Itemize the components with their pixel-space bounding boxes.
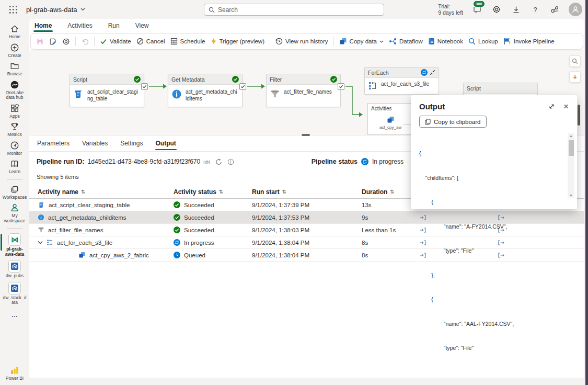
close-icon[interactable]: × (563, 103, 569, 110)
activity-card-get-metadata[interactable]: Get Metadata act_get_metadata_childitems (168, 74, 243, 107)
copy-to-clipboard-button[interactable]: Copy to clipboard (419, 116, 487, 128)
tab-parameters[interactable]: Parameters (37, 137, 70, 150)
output-scrollbar[interactable]: ▲ ▼ (568, 133, 574, 198)
save-button[interactable] (36, 38, 44, 46)
notebook-button[interactable]: Notebook (428, 38, 463, 45)
dataflow-button[interactable]: Dataflow (389, 38, 423, 45)
invoke-pipeline-icon (503, 38, 511, 45)
save-as-button[interactable] (49, 38, 57, 46)
output-port-checkbox[interactable] (338, 83, 344, 90)
pipeline-settings-button[interactable] (62, 38, 70, 46)
search-input[interactable] (218, 6, 379, 14)
refresh-icon[interactable] (215, 158, 222, 165)
panel-resize-handle[interactable] (302, 134, 310, 136)
lightning-icon (211, 38, 217, 45)
sidebar-item-apps[interactable]: Apps (0, 104, 29, 119)
tab-view[interactable]: View (134, 20, 150, 31)
notification-badge: 300 (473, 1, 485, 7)
onelake-icon (10, 80, 19, 89)
tab-variables[interactable]: Variables (82, 137, 108, 150)
magnifier-icon (572, 58, 578, 64)
sidebar-item-my-workspace[interactable]: My workspace (0, 203, 29, 223)
tab-settings[interactable]: Settings (120, 137, 143, 150)
home-icon (10, 24, 19, 33)
sidebar-item-onelake-data-hub[interactable]: OneLake data hub (0, 80, 29, 100)
cancel-button[interactable]: Cancel (136, 38, 165, 45)
collapse-icon[interactable] (430, 70, 435, 75)
account-avatar[interactable] (569, 3, 582, 16)
search-icon (209, 7, 215, 13)
sidebar-item-home[interactable]: Home (0, 24, 29, 40)
in-progress-icon (174, 239, 180, 246)
foreach-child-activity[interactable]: act_cpy_aw (379, 116, 401, 130)
trigger-button[interactable]: Trigger (preview) (211, 38, 264, 45)
run-id-reference-icon[interactable]: [@] (203, 160, 210, 164)
output-port-checkbox[interactable] (239, 83, 246, 90)
copy-activity-icon (78, 252, 86, 258)
share-icon[interactable] (549, 4, 560, 15)
schedule-button[interactable]: Schedule (170, 38, 205, 45)
sort-icon: ⇅ (219, 189, 223, 195)
output-port-checkbox[interactable] (141, 83, 148, 90)
column-header-duration[interactable]: Duration⇅ (353, 188, 418, 196)
activity-card-foreach[interactable]: ForEach act_for_each_s3_file (364, 67, 439, 95)
sidebar-item-dw-pubs[interactable]: dw_pubs (0, 260, 29, 279)
queued-icon (174, 252, 180, 258)
sidebar-divider (7, 179, 22, 180)
settings-gear-icon[interactable] (491, 4, 502, 15)
pipeline-title-menu[interactable]: pl-grab-aws-data (26, 6, 85, 14)
feedback-icon[interactable]: 300 (472, 4, 482, 15)
expand-icon[interactable] (548, 103, 555, 110)
validate-button[interactable]: Validate (100, 38, 131, 45)
apps-icon (10, 104, 19, 113)
collapse-row-chevron-icon[interactable] (38, 241, 43, 244)
trophy-icon (10, 122, 19, 131)
app-launcher-icon[interactable] (4, 0, 22, 19)
column-header-activity-name[interactable]: Activity name⇅ (29, 188, 165, 196)
sidebar-item-monitor[interactable]: Monitor (0, 141, 29, 156)
download-icon[interactable] (511, 4, 521, 15)
help-icon[interactable]: ? (530, 4, 540, 15)
tab-activities[interactable]: Activities (66, 20, 93, 31)
gauge-icon (10, 141, 19, 150)
canvas-scrollbar-thumb[interactable] (578, 105, 580, 126)
sidebar-item-learn[interactable]: Learn (0, 159, 29, 175)
tab-output[interactable]: Output (155, 137, 177, 150)
editor-surface: Home Activities Run View Validate Cancel (29, 19, 584, 378)
warehouse-icon (8, 282, 21, 295)
lookup-button[interactable]: Lookup (468, 38, 498, 45)
scrollbar-thumb[interactable] (569, 140, 574, 156)
sidebar-item-metrics[interactable]: Metrics (0, 122, 29, 138)
sidebar-item-dw-stock-data[interactable]: dw_stock_data (0, 282, 29, 305)
copy-data-button[interactable]: Copy data (339, 38, 384, 45)
pipeline-icon: ⋈ (8, 233, 21, 246)
sidebar-item-browse[interactable]: Browse (0, 61, 29, 77)
chevron-down-icon (379, 40, 384, 43)
notebook-icon (428, 38, 435, 45)
dataflow-icon (389, 38, 397, 45)
foreach-activity-icon (368, 81, 377, 90)
sidebar-item-pl-grab-aws-data[interactable]: ⋈ pl-grab-aws-data (0, 233, 29, 257)
sidebar-more-icon[interactable]: ... (11, 312, 18, 318)
info-icon[interactable] (227, 158, 234, 165)
activity-card-script[interactable]: Script act_script_clear_staging_table (70, 74, 144, 107)
activity-card-filter[interactable]: Filter act_filter_file_names (266, 74, 341, 107)
invoke-pipeline-button[interactable]: Invoke Pipeline (503, 38, 555, 45)
column-header-run-start[interactable]: Run start⇅ (244, 188, 353, 196)
sort-icon: ⇅ (282, 189, 286, 195)
tab-home[interactable]: Home (33, 20, 53, 31)
view-run-history-button[interactable]: View run history (275, 38, 328, 45)
undo-button[interactable] (81, 38, 89, 46)
scroll-up-icon[interactable]: ▲ (569, 134, 573, 138)
zoom-in-button[interactable]: + (569, 71, 581, 83)
foreach-activity-icon (47, 239, 53, 246)
warehouse-icon (8, 260, 21, 273)
tab-run[interactable]: Run (107, 20, 121, 31)
sidebar-item-power-bi[interactable]: Power BI (0, 366, 29, 381)
sidebar-item-workspaces[interactable]: Workspaces (0, 185, 29, 200)
column-header-activity-status[interactable]: Activity status⇅ (165, 188, 244, 196)
canvas-search-zoom-button[interactable] (569, 55, 581, 67)
sidebar-item-create[interactable]: Create (0, 43, 29, 59)
script-activity-icon (38, 201, 45, 209)
scroll-down-icon[interactable]: ▼ (569, 194, 573, 197)
